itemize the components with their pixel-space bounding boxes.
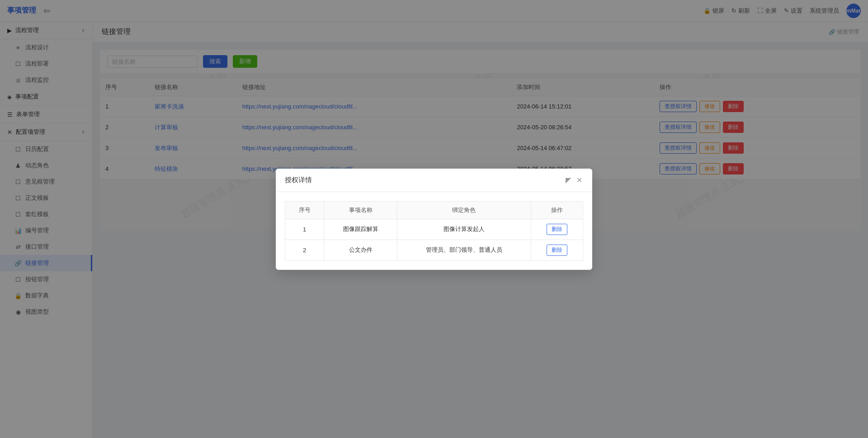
modal-cell-id: 2 xyxy=(285,240,324,260)
modal-table-row: 2 公文办件 管理员、部门领导、普通人员 删除 xyxy=(285,240,583,260)
modal-col-id: 序号 xyxy=(285,201,324,219)
modal-cell-name: 图像跟踪解算 xyxy=(324,219,397,240)
auth-detail-modal: 授权详情 ◤ ✕ 序号 事项名称 绑定角色 操作 1 图像跟踪解算 xyxy=(276,169,592,270)
modal-body: 序号 事项名称 绑定角色 操作 1 图像跟踪解算 图像计算发起人 删除 2 公文… xyxy=(276,192,592,270)
modal-col-action: 操作 xyxy=(531,201,583,219)
modal-table: 序号 事项名称 绑定角色 操作 1 图像跟踪解算 图像计算发起人 删除 2 公文… xyxy=(285,201,583,261)
modal-cell-action: 删除 xyxy=(531,219,583,240)
modal-col-name: 事项名称 xyxy=(324,201,397,219)
modal-table-row: 1 图像跟踪解算 图像计算发起人 删除 xyxy=(285,219,583,240)
modal-cell-role: 图像计算发起人 xyxy=(397,219,531,240)
modal-delete-button-0[interactable]: 删除 xyxy=(547,224,567,235)
modal-cell-action: 删除 xyxy=(531,240,583,260)
modal-delete-button-1[interactable]: 删除 xyxy=(547,245,567,256)
modal-cell-name: 公文办件 xyxy=(324,240,397,260)
modal-controls: ◤ ✕ xyxy=(565,175,583,185)
modal-title: 授权详情 xyxy=(285,176,312,184)
modal-header-row: 序号 事项名称 绑定角色 操作 xyxy=(285,201,583,219)
modal-overlay[interactable]: 授权详情 ◤ ✕ 序号 事项名称 绑定角色 操作 1 图像跟踪解算 xyxy=(0,0,868,438)
modal-cell-id: 1 xyxy=(285,219,324,240)
modal-close-button[interactable]: ✕ xyxy=(576,175,583,185)
modal-cell-role: 管理员、部门领导、普通人员 xyxy=(397,240,531,260)
modal-header: 授权详情 ◤ ✕ xyxy=(276,169,592,192)
modal-col-role: 绑定角色 xyxy=(397,201,531,219)
modal-expand-button[interactable]: ◤ xyxy=(565,175,572,185)
